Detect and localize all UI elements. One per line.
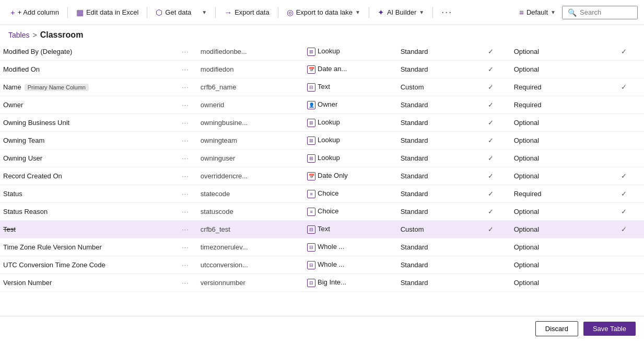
logical-name-cell: overriddencre...	[197, 167, 304, 185]
custom-cell: Custom	[397, 221, 471, 238]
dots-icon[interactable]: ···	[182, 243, 189, 251]
dots-icon[interactable]: ···	[182, 261, 189, 269]
get-data-button[interactable]: ⬡ Get data	[151, 6, 195, 19]
check1-cell: ✓	[471, 61, 511, 78]
table-row[interactable]: Owner ··· ownerid 👤Owner Standard ✓ Requ…	[0, 96, 644, 114]
filter-icon: ≡	[519, 8, 524, 17]
row-actions[interactable]: ···	[173, 150, 197, 167]
required-label: Required	[514, 101, 542, 109]
logical-name-cell: versionnumber	[197, 274, 304, 292]
toolbar: + + Add column ▦ Edit data in Excel ⬡ Ge…	[0, 0, 644, 25]
export-data-button[interactable]: → Export data	[220, 6, 274, 19]
logical-name: crfb6_test	[201, 225, 230, 233]
column-name: Test	[3, 225, 16, 233]
more-button[interactable]: ···	[437, 5, 456, 20]
export-lake-button[interactable]: ◎ Export to data lake ▼	[283, 6, 365, 19]
table-row[interactable]: Time Zone Rule Version Number ··· timezo…	[0, 238, 644, 256]
name-cell: Status Reason	[0, 203, 173, 221]
row-actions[interactable]: ···	[173, 114, 197, 132]
check2-cell: ✓	[604, 203, 644, 221]
table-row[interactable]: Owning User ··· owninguser ⊞Lookup Stand…	[0, 150, 644, 167]
table-row[interactable]: Status Reason ··· statuscode ≡Choice Sta…	[0, 203, 644, 221]
searchable-check: ✓	[488, 119, 494, 127]
name-cell: Test	[0, 221, 173, 238]
dots-icon[interactable]: ···	[182, 225, 189, 233]
row-actions[interactable]: ···	[173, 78, 197, 96]
type-cell: ⊟Whole ...	[304, 256, 397, 274]
required-check: ✓	[621, 208, 627, 215]
table-row[interactable]: Modified On ··· modifiedon 📅Date an... S…	[0, 61, 644, 78]
dots-icon[interactable]: ···	[182, 65, 189, 73]
logical-name-cell: utcconversion...	[197, 256, 304, 274]
table-row[interactable]: UTC Conversion Time Zone Code ··· utccon…	[0, 256, 644, 274]
check2-cell: ✓	[604, 78, 644, 96]
type-label: Lookup	[318, 47, 340, 55]
check2-cell: ✓	[604, 221, 644, 238]
custom-cell: Standard	[397, 150, 471, 167]
dots-icon[interactable]: ···	[182, 190, 189, 198]
dots-icon[interactable]: ···	[182, 208, 189, 215]
divider-5	[369, 7, 369, 18]
logical-name: owninguser	[201, 154, 236, 162]
custom-label: Standard	[401, 190, 428, 198]
row-actions[interactable]: ···	[173, 203, 197, 221]
row-actions[interactable]: ···	[173, 185, 197, 203]
row-actions[interactable]: ···	[173, 238, 197, 256]
discard-button[interactable]: Discard	[535, 321, 578, 336]
custom-label: Standard	[401, 243, 428, 251]
edit-excel-button[interactable]: ▦ Edit data in Excel	[72, 6, 143, 19]
row-actions[interactable]: ···	[173, 96, 197, 114]
dots-icon[interactable]: ···	[182, 279, 189, 287]
dots-icon[interactable]: ···	[182, 172, 189, 180]
table-row[interactable]: Owning Business Unit ··· owningbusine...…	[0, 114, 644, 132]
row-actions[interactable]: ···	[173, 132, 197, 150]
get-data-caret[interactable]: ▼	[197, 7, 211, 17]
row-actions[interactable]: ···	[173, 43, 197, 61]
name-cell: Modified By (Delegate)	[0, 43, 173, 61]
name-cell: Owning Team	[0, 132, 173, 150]
tables-link[interactable]: Tables	[8, 31, 29, 39]
search-box[interactable]: 🔍	[562, 6, 638, 19]
search-icon: 🔍	[568, 8, 577, 17]
row-actions[interactable]: ···	[173, 256, 197, 274]
custom-label: Standard	[401, 48, 428, 55]
searchable-check: ✓	[488, 101, 494, 109]
dots-icon[interactable]: ···	[182, 83, 189, 91]
save-table-button[interactable]: Save Table	[583, 322, 636, 336]
add-column-button[interactable]: + + Add column	[6, 6, 63, 19]
default-view-button[interactable]: ≡ Default ▼	[515, 6, 560, 19]
search-input[interactable]	[580, 8, 632, 16]
table-row[interactable]: Test ··· crfb6_test ⊟Text Custom ✓ Optio…	[0, 221, 644, 238]
table-row[interactable]: Status ··· statecode ≡Choice Standard ✓ …	[0, 185, 644, 203]
custom-label: Standard	[401, 172, 428, 180]
table-row[interactable]: Owning Team ··· owningteam ⊞Lookup Stand…	[0, 132, 644, 150]
custom-label: Custom	[401, 83, 424, 91]
dots-icon[interactable]: ···	[182, 101, 189, 109]
searchable-check: ✓	[488, 190, 494, 198]
required-check: ✓	[621, 225, 627, 233]
table-row[interactable]: NamePrimary Name Column ··· crfb6_name ⊟…	[0, 78, 644, 96]
dots-icon[interactable]: ···	[182, 119, 189, 127]
logical-name-cell: owningteam	[197, 132, 304, 150]
row-actions[interactable]: ···	[173, 221, 197, 238]
type-cell: ≡Choice	[304, 185, 397, 203]
table-row[interactable]: Record Created On ··· overriddencre... 📅…	[0, 167, 644, 185]
dots-icon[interactable]: ···	[182, 48, 189, 55]
column-name: Owner	[3, 101, 23, 109]
check1-cell: ✓	[471, 185, 511, 203]
column-name: UTC Conversion Time Zone Code	[3, 261, 106, 269]
searchable-check: ✓	[488, 65, 494, 73]
column-name: Name	[3, 83, 21, 91]
type-cell: ⊟Text	[304, 78, 397, 96]
dots-icon[interactable]: ···	[182, 137, 189, 144]
row-actions[interactable]: ···	[173, 61, 197, 78]
ai-builder-button[interactable]: ✦ AI Builder ▼	[373, 6, 428, 19]
more-icon: ···	[441, 7, 452, 18]
check2-cell: ✓	[604, 167, 644, 185]
table-row[interactable]: Modified By (Delegate) ··· modifiedonbe.…	[0, 43, 644, 61]
row-actions[interactable]: ···	[173, 274, 197, 292]
logical-name: statuscode	[201, 208, 233, 215]
row-actions[interactable]: ···	[173, 167, 197, 185]
table-row[interactable]: Version Number ··· versionnumber ⊟Big In…	[0, 274, 644, 292]
dots-icon[interactable]: ···	[182, 154, 189, 162]
